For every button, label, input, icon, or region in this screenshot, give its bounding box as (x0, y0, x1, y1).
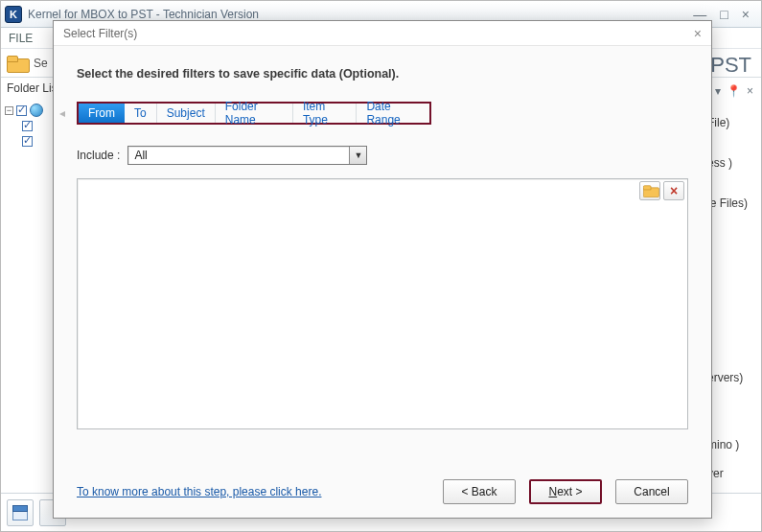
folder-list-header: Folder Lis (1, 78, 53, 99)
close-pane-icon[interactable]: × (747, 85, 753, 97)
right-item[interactable]: le Files) (707, 183, 761, 223)
tab-from[interactable]: From (79, 104, 125, 123)
remove-x-icon: × (670, 183, 678, 198)
tree-child-row[interactable] (5, 133, 53, 149)
tab-date-range[interactable]: Date Range (357, 104, 429, 123)
tree-collapse-icon[interactable]: − (5, 106, 13, 115)
dialog-titlebar: Select Filter(s) × (54, 21, 711, 46)
dropdown-icon[interactable]: ▾ (715, 85, 721, 97)
right-pane-list: File) ess ) le Files) ervers) mino ) ver… (707, 103, 761, 522)
tree-checkbox[interactable] (16, 105, 27, 116)
dialog-title: Select Filter(s) (63, 27, 137, 40)
tabs-prev-arrow[interactable]: ◂ (59, 106, 65, 120)
select-filters-dialog: Select Filter(s) × Select the desired fi… (53, 20, 712, 519)
cancel-button-label: Cancel (634, 485, 669, 498)
filter-tabs: From To Subject Folder Name Item Type Da… (77, 102, 431, 125)
next-button[interactable]: Next > (529, 479, 602, 504)
calendar-icon (12, 505, 28, 520)
folder-tree[interactable]: − (1, 99, 53, 149)
window-title: Kernel for MBOX to PST - Technician Vers… (28, 8, 259, 21)
back-button[interactable]: < Back (443, 479, 516, 504)
world-icon (30, 104, 43, 117)
dropdown-arrow-icon[interactable]: ▼ (349, 147, 366, 164)
cancel-button[interactable]: Cancel (615, 479, 688, 504)
pin-icon[interactable]: 📍 (727, 85, 741, 97)
tree-checkbox[interactable] (22, 136, 33, 147)
right-item[interactable]: ess ) (707, 143, 761, 183)
dialog-footer: To know more about this step, please cli… (54, 474, 711, 518)
right-item[interactable]: File) (707, 103, 761, 143)
right-item[interactable]: ervers) (707, 358, 761, 398)
toolbar-select-label: Se (34, 57, 48, 70)
tab-to[interactable]: To (125, 104, 157, 123)
close-window-button[interactable]: × (742, 7, 750, 22)
open-folder-button[interactable] (639, 181, 660, 200)
include-value: All (128, 149, 349, 162)
dialog-instruction: Select the desired filters to save speci… (77, 67, 688, 81)
back-button-label: < Back (461, 485, 496, 498)
right-gap (707, 398, 761, 425)
right-item[interactable]: ver (707, 465, 761, 494)
folder-list-panel: Folder Lis − (1, 78, 53, 493)
tree-root-row[interactable]: − (5, 103, 53, 118)
folder-icon (643, 185, 657, 196)
tree-checkbox[interactable] (22, 121, 33, 131)
dialog-close-button[interactable]: × (694, 26, 702, 41)
right-pane-controls: ▾ 📍 × (715, 85, 753, 97)
next-button-label: Next > (548, 485, 582, 498)
include-row: Include : All ▼ (77, 146, 688, 165)
remove-item-button[interactable]: × (663, 181, 684, 200)
folder-open-icon[interactable] (7, 56, 28, 71)
tab-folder-name[interactable]: Folder Name (216, 104, 293, 123)
include-combobox[interactable]: All ▼ (127, 146, 367, 165)
tab-item-type[interactable]: Item Type (293, 104, 358, 123)
right-gap (707, 223, 761, 358)
right-item[interactable]: mino ) (707, 425, 761, 465)
maximize-button[interactable]: □ (720, 7, 727, 22)
tab-subject[interactable]: Subject (157, 104, 216, 123)
app-logo: K (5, 6, 22, 23)
tree-child-row[interactable] (5, 118, 53, 133)
include-label: Include : (77, 149, 120, 162)
calendar-tool-button[interactable] (7, 499, 34, 526)
menu-file[interactable]: FILE (9, 32, 33, 45)
help-link[interactable]: To know more about this step, please cli… (77, 485, 321, 498)
right-pane-title: PST (710, 53, 751, 78)
filter-list-panel: × (77, 178, 688, 429)
